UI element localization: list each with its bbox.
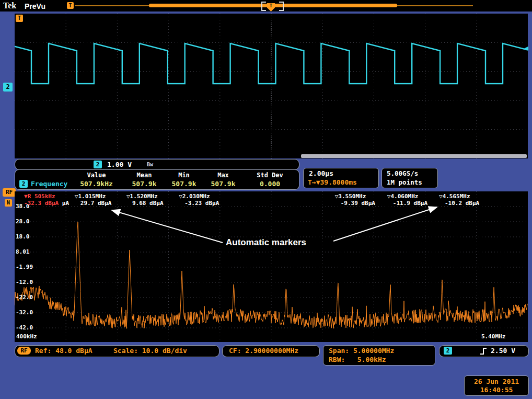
rf-channel-badge[interactable]: RF: [3, 188, 16, 197]
trigger-readout: 2 2.50 V: [439, 345, 529, 357]
oscilloscope-screen: Tek PreVu T T T ◀ 2 2 1.00 V Bw Value Me…: [0, 0, 532, 399]
meas-max: 507.9k: [202, 180, 244, 188]
horizontal-readout-box: 2.00µs T→▼39.8000ms: [303, 168, 379, 188]
brand-logo: Tek: [3, 1, 16, 10]
meas-channel-badge: 2: [19, 180, 28, 188]
marker-amplitude: 9.68 dBµA: [126, 200, 164, 207]
reference-marker-readout: ▼R 505kHz-32.3 dBµA µA: [24, 193, 69, 207]
meas-name: Frequency: [31, 180, 67, 188]
trigger-level-arrow-icon[interactable]: ◀: [524, 44, 528, 52]
auto-marker-readout: ▽1.520MHz9.68 dBµA: [126, 193, 164, 207]
marker-amplitude: 29.7 dBµA: [75, 200, 112, 207]
channel2-badge[interactable]: 2: [94, 161, 102, 168]
marker-frequency: 1.520MHz: [130, 193, 158, 200]
auto-marker-readout: ▽4.060MHz-11.9 dBµA: [387, 193, 427, 207]
rf-scale: Scale: 10.0 dB/div: [113, 347, 187, 355]
auto-marker-readout: ▽2.030MHz-3.23 dBµA: [179, 193, 219, 207]
channel2-readout-bar: 2 1.00 V Bw: [15, 159, 299, 170]
time-per-div: 2.00µs: [309, 169, 333, 177]
rf-span: Span: 5.00000MHz: [329, 347, 394, 355]
rising-edge-icon: [479, 347, 488, 356]
trigger-source-badge[interactable]: 2: [444, 347, 452, 355]
trigger-delay-readout: T→▼39.8000ms: [308, 178, 357, 186]
center-frequency-readout: CF: 2.90000000MHz: [222, 345, 320, 357]
marker-frequency: 2.030MHz: [182, 193, 210, 200]
meas-value: 507.9kHz: [72, 180, 121, 188]
expansion-bracket-left-icon: [261, 2, 266, 11]
rf-center-frequency: CF: 2.90000000MHz: [229, 347, 298, 355]
meas-header-max: Max: [202, 172, 244, 179]
channel2-scale: 1.00 V: [107, 161, 132, 168]
date-time-box: 26 Jun 2011 16:40:55: [464, 375, 529, 396]
reference-marker-icon: ▼: [24, 193, 28, 200]
split-screen-divider[interactable]: [301, 154, 527, 158]
marker-triangle-icon: ▽: [126, 193, 130, 200]
marker-amplitude: -9.39 dBµA: [335, 200, 375, 207]
rf-normal-badge: N: [5, 199, 12, 207]
auto-marker-readout: ▽4.565MHz-10.2 dBµA: [439, 193, 479, 207]
rf-reference-readout-bar: RF Ref: 48.0 dBµA Scale: 10.0 dB/div: [15, 345, 219, 357]
meas-header-stddev: Std Dev: [245, 172, 295, 179]
auto-marker-readout: ▽3.550MHz-9.39 dBµA: [335, 193, 375, 207]
marker-frequency: 1.015MHz: [78, 193, 106, 200]
meas-stddev: 0.000: [245, 180, 295, 188]
expansion-bracket-right-icon: [279, 2, 284, 11]
rf-badge[interactable]: RF: [17, 347, 31, 355]
channel2-ground-badge[interactable]: 2: [3, 83, 13, 92]
trigger-delay-icon: T→▼: [308, 178, 320, 186]
top-status-bar: Tek PreVu T T: [0, 0, 532, 12]
reference-marker-flag: R: [28, 193, 31, 200]
reference-marker-suffix: µA: [59, 200, 69, 207]
trigger-source-flag-icon: T: [67, 2, 74, 9]
spectrum-y-label: -42.0: [16, 324, 33, 331]
meas-header-mean: Mean: [121, 172, 167, 179]
trigger-corner-flag-icon: T: [16, 15, 23, 22]
date-label: 26 Jun 2011: [465, 378, 528, 385]
meas-header-value: Value: [72, 172, 121, 179]
span-rbw-readout: Span: 5.00000MHz RBW: 5.00kHz: [323, 345, 435, 366]
trigger-delay-value: 39.8000ms: [320, 178, 356, 186]
sample-rate: 5.00GS/s: [387, 169, 418, 177]
marker-amplitude: -10.2 dBµA: [439, 200, 479, 207]
time-label: 16:40:55: [465, 386, 528, 394]
marker-frequency: 4.060MHz: [390, 193, 418, 200]
measurement-panel: Value Mean Min Max Std Dev 2 Frequency 5…: [15, 169, 299, 190]
automatic-markers-annotation: Automatic markers: [226, 237, 306, 248]
marker-amplitude: -11.9 dBµA: [387, 200, 427, 207]
meas-mean: 507.9k: [121, 180, 167, 188]
spectrum-y-label: -1.99: [16, 264, 33, 270]
record-length: 1M points: [387, 178, 422, 186]
acquisition-readout-box: 5.00GS/s 1M points: [381, 168, 438, 188]
spectrum-y-label: -12.0: [16, 279, 33, 286]
marker-frequency: 3.550MHz: [338, 193, 366, 200]
meas-min: 507.9k: [166, 180, 202, 188]
spectrum-start-frequency-label: 400kHz: [16, 333, 37, 340]
marker-triangle-icon: ▽: [439, 193, 443, 200]
frequency-domain-display: ▼R 505kHz-32.3 dBµA µA ▽1.015MHz29.7 dBµ…: [15, 191, 528, 342]
spectrum-y-label: -32.0: [16, 309, 33, 316]
acquisition-mode-label: PreVu: [25, 2, 45, 10]
spectrum-y-label: 28.0: [16, 218, 30, 225]
auto-marker-readout: ▽1.015MHz29.7 dBµA: [75, 193, 112, 207]
time-domain-display: T ◀: [15, 14, 528, 158]
spectrum-stop-frequency-label: 5.40MHz: [481, 333, 505, 340]
rf-rbw: RBW: 5.00kHz: [329, 356, 386, 363]
trigger-position-flag-icon[interactable]: T: [267, 3, 275, 12]
waveform-plot: [15, 14, 528, 158]
spectrum-y-label: -22.0: [16, 294, 33, 301]
marker-amplitude: -3.23 dBµA: [179, 200, 219, 207]
bandwidth-limit-indicator: Bw: [147, 162, 153, 167]
marker-frequency: 4.565MHz: [443, 193, 470, 200]
meas-header-min: Min: [166, 172, 202, 179]
reference-marker-freq: 505kHz: [34, 193, 55, 200]
marker-triangle-icon: ▽: [179, 193, 182, 200]
spectrum-plot: [15, 191, 528, 342]
spectrum-y-label: 18.0: [16, 233, 30, 240]
trigger-level: 2.50 V: [491, 347, 515, 355]
spectrum-y-label: 8.01: [16, 248, 30, 255]
rf-ref-level: Ref: 48.0 dBµA: [35, 347, 92, 355]
reference-marker-amp: -32.3 dBµA: [24, 200, 59, 207]
